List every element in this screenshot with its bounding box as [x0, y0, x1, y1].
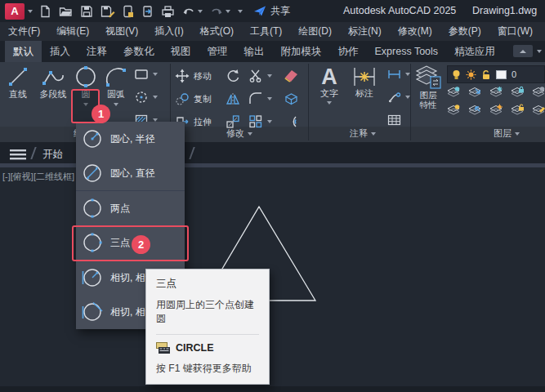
- layer-off-icon[interactable]: [447, 86, 461, 98]
- layer-make-current-icon[interactable]: [532, 86, 545, 98]
- save-icon[interactable]: [80, 5, 93, 18]
- open-folder-icon[interactable]: [59, 5, 73, 18]
- layer-match-icon[interactable]: [468, 104, 482, 116]
- leader-button[interactable]: [387, 91, 410, 103]
- layer-thaw-all-icon[interactable]: [489, 104, 503, 116]
- tab-addins[interactable]: 附加模块: [273, 41, 330, 62]
- array-tool-button[interactable]: [248, 114, 272, 128]
- tab-output[interactable]: 输出: [236, 41, 273, 62]
- menu-item-two-point[interactable]: 两点: [76, 190, 185, 225]
- layer-on-all-icon[interactable]: [447, 104, 461, 116]
- app-logo[interactable]: A: [5, 3, 25, 20]
- menu-parametric[interactable]: 参数(P): [449, 24, 481, 38]
- redo-icon[interactable]: [210, 6, 223, 17]
- redo-control[interactable]: [210, 6, 230, 17]
- rotate-icon[interactable]: [226, 69, 240, 83]
- layer-lock-icon[interactable]: [511, 86, 525, 98]
- undo-icon[interactable]: [182, 6, 195, 17]
- text-caret-icon[interactable]: [327, 101, 332, 105]
- rectangle-caret-icon[interactable]: [153, 73, 158, 76]
- plot-device-icon[interactable]: [123, 5, 134, 18]
- tab-separator: [189, 147, 194, 159]
- move-tool-button[interactable]: 移动: [175, 69, 212, 83]
- copy-label: 复制: [194, 93, 212, 105]
- tab-view[interactable]: 视图: [163, 41, 199, 62]
- layer-change-icon[interactable]: [532, 104, 545, 116]
- tab-collaborate[interactable]: 协作: [330, 41, 367, 62]
- menu-insert[interactable]: 插入(I): [154, 24, 183, 38]
- layer-unlock-all-icon[interactable]: [511, 104, 525, 116]
- menu-dimension[interactable]: 标注(N): [348, 24, 382, 38]
- tab-express-tools[interactable]: Express Tools: [367, 41, 447, 62]
- rectangle-tool-button[interactable]: [134, 68, 158, 81]
- ellipse-caret-icon[interactable]: [153, 96, 158, 99]
- tab-featured-apps[interactable]: 精选应用: [446, 41, 503, 62]
- layers-panel-label[interactable]: 图层: [494, 127, 520, 140]
- mirror-icon[interactable]: [226, 91, 240, 106]
- layer-unlock-icon[interactable]: [481, 69, 491, 80]
- start-tab[interactable]: 开始: [42, 148, 63, 162]
- layer-thaw-sun-icon[interactable]: [466, 69, 476, 80]
- tab-insert[interactable]: 插入: [42, 41, 78, 62]
- dim-style-caret-icon[interactable]: [405, 73, 410, 76]
- share-button[interactable]: 共享: [253, 4, 290, 18]
- redo-caret-icon[interactable]: [226, 10, 230, 13]
- explode-icon[interactable]: [284, 91, 299, 106]
- layer-properties-button[interactable]: 图层 特性: [413, 64, 444, 109]
- new-file-icon[interactable]: [38, 5, 51, 18]
- array-caret-icon[interactable]: [267, 120, 272, 123]
- menu-window[interactable]: 窗口(W): [498, 24, 533, 38]
- tab-parametric[interactable]: 参数化: [115, 41, 163, 62]
- ribbon-collapse-caret-icon[interactable]: [537, 50, 542, 53]
- polyline-tool-button[interactable]: 多段线: [34, 65, 73, 100]
- ellipse-tool-button[interactable]: [134, 91, 158, 104]
- menu-item-center-radius[interactable]: 圆心, 半径: [76, 122, 185, 156]
- layer-on-bulb-icon[interactable]: [452, 69, 461, 80]
- dimension-tool-button[interactable]: 标注: [346, 65, 382, 99]
- offset-icon[interactable]: [284, 114, 299, 129]
- ribbon-collapse-control[interactable]: [513, 45, 542, 57]
- undo-control[interactable]: [182, 6, 203, 17]
- layer-freeze-icon[interactable]: [489, 86, 503, 98]
- fillet-tool-button[interactable]: [248, 91, 272, 105]
- tab-annotate[interactable]: 注释: [78, 41, 115, 62]
- copy-tool-button[interactable]: 复制: [175, 91, 212, 106]
- leader-caret-icon[interactable]: [405, 96, 410, 99]
- fillet-caret-icon[interactable]: [267, 97, 272, 100]
- text-tool-button[interactable]: A 文字: [315, 65, 343, 105]
- table-icon[interactable]: [387, 114, 401, 126]
- menu-tools[interactable]: 工具(T): [250, 24, 282, 38]
- annotate-panel-label[interactable]: 注释: [350, 127, 376, 140]
- tab-manage[interactable]: 管理: [199, 41, 236, 62]
- menu-edit[interactable]: 编辑(E): [56, 24, 89, 38]
- trim-tool-button[interactable]: [248, 69, 272, 82]
- arc-tool-button[interactable]: 圆弧: [101, 65, 131, 106]
- trim-caret-icon[interactable]: [267, 74, 272, 78]
- layer-isolate-icon[interactable]: [468, 86, 482, 98]
- app-menu-caret-icon[interactable]: [28, 10, 33, 13]
- menu-view[interactable]: 视图(V): [105, 24, 138, 38]
- print-icon[interactable]: [161, 5, 175, 18]
- save-as-icon[interactable]: [101, 5, 115, 18]
- menu-draw[interactable]: 绘图(D): [298, 24, 332, 38]
- ribbon-collapse-button[interactable]: [513, 45, 533, 57]
- transfer-icon[interactable]: [141, 5, 154, 18]
- menu-file[interactable]: 文件(F): [8, 24, 40, 38]
- qat-customize-caret-icon[interactable]: [238, 10, 243, 13]
- modify-panel-label[interactable]: 修改: [226, 127, 252, 140]
- circle-flyout-caret-icon[interactable]: [83, 103, 88, 106]
- arc-flyout-caret-icon[interactable]: [114, 103, 118, 106]
- line-tool-button[interactable]: 直线: [3, 65, 33, 100]
- circle-tool-button[interactable]: 圆: [72, 65, 100, 106]
- menu-format[interactable]: 格式(O): [200, 24, 234, 38]
- hamburger-menu-icon[interactable]: [10, 149, 26, 160]
- tab-home[interactable]: 默认: [5, 41, 42, 62]
- erase-icon[interactable]: [284, 68, 299, 82]
- menu-item-three-point[interactable]: 三点: [76, 225, 185, 260]
- layer-selector[interactable]: 0: [447, 65, 545, 83]
- dim-style-button[interactable]: [387, 69, 410, 80]
- undo-caret-icon[interactable]: [198, 10, 203, 13]
- menu-item-center-diameter[interactable]: 圆心, 直径: [76, 156, 185, 190]
- menu-modify[interactable]: 修改(M): [398, 24, 432, 38]
- layer-color-swatch[interactable]: [496, 70, 507, 79]
